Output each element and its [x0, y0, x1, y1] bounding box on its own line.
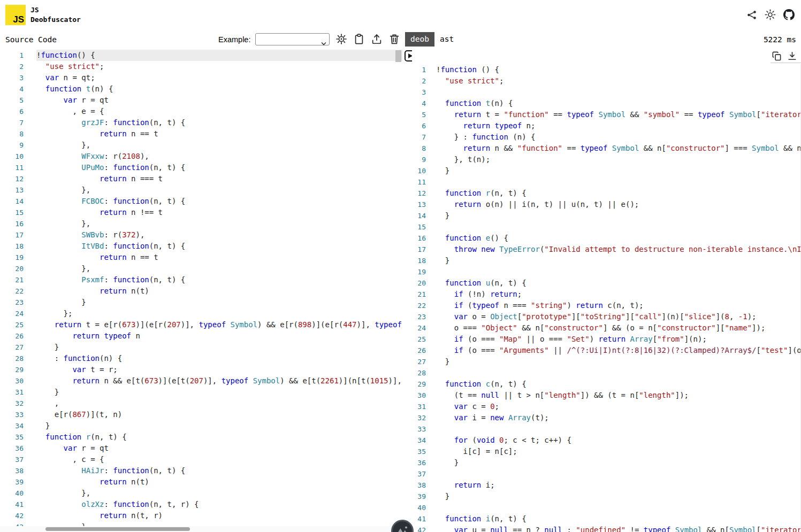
- code-line: 28: [412, 367, 801, 379]
- scrollbar-thumb[interactable]: [45, 527, 190, 531]
- code-line-text: return n === t: [36, 173, 402, 184]
- code-line-text: var r = qt: [36, 443, 402, 454]
- code-line-text: return n && e[t(673)](e[t(207)], typeof …: [36, 375, 402, 387]
- line-number: 29: [412, 379, 426, 390]
- line-number: 11: [412, 176, 426, 188]
- code-line-text: if (o === "Arguments" || /^(?:Ui|I)nt(?:…: [436, 345, 801, 356]
- example-label: Example:: [218, 35, 250, 44]
- share-button[interactable]: [746, 10, 757, 20]
- code-line: 29 var t = r;: [0, 364, 402, 375]
- code-line-text: o === "Object" && n["constructor"] && (o…: [436, 322, 801, 334]
- code-line: 24 };: [0, 308, 402, 319]
- code-line: 20 function u(n, t) {: [412, 277, 801, 289]
- code-line: 5 var r = qt: [0, 95, 402, 106]
- clear-button[interactable]: [388, 33, 401, 45]
- line-number: 4: [0, 83, 24, 95]
- line-number: 33: [0, 409, 24, 420]
- code-line-text: return t = "function" == typeof Symbol &…: [436, 109, 801, 120]
- code-line: 14 }: [412, 210, 801, 221]
- code-line: 31 }: [0, 387, 402, 398]
- download-icon: [787, 51, 797, 61]
- share-icon: [746, 10, 757, 20]
- elapsed-time: 5222 ms: [764, 35, 796, 44]
- code-line-text: throw new TypeError("Invalid attempt to …: [436, 244, 801, 255]
- code-line: 35 function r(n, t) {: [0, 431, 402, 443]
- code-line-text: HAiJr: function(n, t) {: [36, 465, 402, 476]
- code-line-text: return n !== t: [36, 207, 402, 218]
- copy-button[interactable]: [772, 51, 782, 61]
- output-icon-group: [772, 51, 797, 61]
- code-line-text: },: [36, 263, 402, 274]
- scrollbar-thumb[interactable]: [395, 50, 401, 62]
- code-line: 42 var u = null == n ? null : "undefined…: [412, 525, 801, 532]
- code-line: 21 if (!n) return;: [412, 289, 801, 300]
- code-line: 13 return o(n) || i(n, t) || u(n, t) || …: [412, 199, 801, 210]
- code-line: 20 },: [0, 263, 402, 274]
- code-line-text: },: [36, 184, 402, 196]
- source-horizontal-scrollbar[interactable]: [0, 526, 402, 532]
- code-line: 2 "use strict";: [412, 75, 801, 87]
- line-number: 18: [0, 241, 24, 252]
- code-line-text: function t(n) {: [436, 98, 801, 109]
- line-number: 32: [0, 398, 24, 409]
- settings-button[interactable]: [335, 33, 348, 45]
- example-select[interactable]: [255, 33, 330, 45]
- code-line-text: , c = {: [36, 454, 402, 465]
- line-number: 4: [412, 98, 426, 109]
- code-line-text: "use strict";: [36, 61, 402, 72]
- copy-icon: [772, 51, 782, 61]
- sun-icon: [765, 9, 776, 20]
- code-line-text: [436, 176, 801, 188]
- github-link[interactable]: [783, 9, 795, 20]
- code-line-text: [436, 423, 801, 435]
- code-line: 27 }: [0, 342, 402, 353]
- output-editor[interactable]: 1!function () {2 "use strict";34 functio…: [412, 49, 801, 532]
- code-line: 36 }: [412, 457, 801, 468]
- code-line-text: var n = qt;: [36, 72, 402, 83]
- line-number: 25: [412, 334, 426, 345]
- line-number: 5: [0, 95, 24, 106]
- code-line-text: !function () {: [436, 64, 801, 75]
- line-number: 15: [412, 221, 426, 233]
- code-line: 4 function t(n) {: [412, 98, 801, 109]
- code-line-text: }: [36, 297, 402, 308]
- output-toolbar-divider: [771, 63, 801, 63]
- tab-ast[interactable]: ast: [434, 32, 459, 47]
- code-line: 24 o === "Object" && n["constructor"] &&…: [412, 322, 801, 334]
- code-line: 25 return t = e[r(673)](e[r(207)], typeo…: [0, 319, 402, 330]
- code-line: 33 e[r(867)](t, n): [0, 409, 402, 420]
- code-line-text: FCBOC: function(n, t) {: [36, 196, 402, 207]
- line-number: 27: [412, 356, 426, 367]
- line-number: 35: [412, 446, 426, 457]
- code-line: 9 }, t(n);: [412, 154, 801, 165]
- line-number: 23: [0, 297, 24, 308]
- source-vertical-scrollbar[interactable]: [395, 50, 402, 526]
- code-line-text: for (void 0; c < t; c++) {: [436, 435, 801, 446]
- code-line: 9 },: [0, 140, 402, 151]
- line-number: 7: [412, 132, 426, 143]
- code-line: 34 }: [0, 420, 402, 431]
- code-line: 6 return typeof n;: [412, 120, 801, 132]
- code-line: 17 throw new TypeError("Invalid attempt …: [412, 244, 801, 255]
- line-number: 17: [0, 229, 24, 241]
- code-line: 33: [412, 423, 801, 435]
- line-number: 22: [412, 300, 426, 311]
- code-line-text: WFxxw: r(2108),: [36, 151, 402, 162]
- code-line-text: function r(n, t) {: [436, 188, 801, 199]
- upload-button[interactable]: [370, 33, 383, 45]
- line-number: 5: [412, 109, 426, 120]
- code-line: 18 ItVBd: function(n, t) {: [0, 241, 402, 252]
- upload-icon: [371, 33, 383, 45]
- theme-toggle-button[interactable]: [765, 9, 776, 20]
- source-editor[interactable]: 1!function() {2 "use strict";3 var n = q…: [0, 49, 402, 532]
- app-title-line1: JS: [30, 5, 81, 15]
- line-number: 7: [0, 117, 24, 128]
- code-line-text: var o = Object["prototype"]["toString"][…: [436, 311, 801, 322]
- code-line: 18 }: [412, 255, 801, 266]
- line-number: 24: [0, 308, 24, 319]
- line-number: 6: [0, 106, 24, 117]
- tab-deob[interactable]: deob: [405, 32, 434, 47]
- download-button[interactable]: [787, 51, 797, 61]
- paste-button[interactable]: [353, 33, 365, 45]
- line-number: 30: [412, 390, 426, 401]
